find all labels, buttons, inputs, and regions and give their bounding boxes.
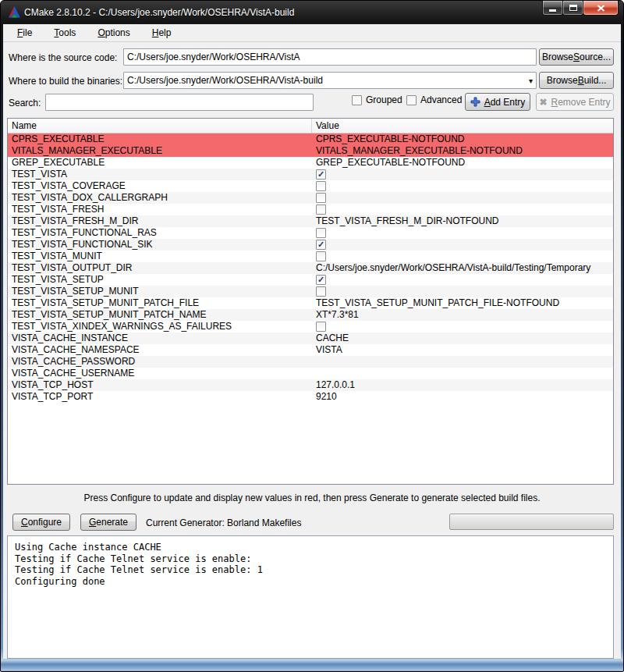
source-path-input[interactable] [123, 48, 537, 66]
grouped-checkbox-label: Grouped [366, 94, 402, 105]
value-checkbox-checked[interactable]: ✓ [316, 240, 326, 250]
row-name: TEST_VISTA_SETUP_MUNIT_PATCH_FILE [8, 297, 312, 309]
row-name: TEST_VISTA_SETUP_MUNIT_PATCH_NAME [8, 309, 312, 321]
table-row[interactable]: TEST_VISTA_DOX_CALLERGRAPH [8, 192, 613, 204]
row-value: CPRS_EXECUTABLE-NOTFOUND [312, 133, 613, 145]
row-value: XT*7.3*81 [312, 309, 613, 321]
table-row[interactable]: VITALS_MANAGER_EXECUTABLEVITALS_MANAGER_… [8, 145, 613, 157]
menu-bar: File Tools Options Help [3, 24, 621, 42]
log-line: Testing if Cache Telnet service is enabl… [15, 553, 606, 565]
row-name: TEST_VISTA_COVERAGE [8, 180, 312, 192]
table-row[interactable]: VISTA_CACHE_INSTANCECACHE [8, 332, 613, 344]
table-row[interactable]: TEST_VISTA✓ [8, 169, 613, 180]
row-name: VISTA_CACHE_INSTANCE [8, 332, 312, 344]
column-header-value[interactable]: Value [312, 119, 613, 133]
window-title: CMake 2.8.10.2 - C:/Users/joe.snyder/Wor… [24, 7, 294, 18]
value-checkbox-unchecked[interactable] [316, 251, 326, 261]
table-row[interactable]: GREP_EXECUTABLEGREP_EXECUTABLE-NOTFOUND [8, 157, 613, 169]
table-row[interactable]: TEST_VISTA_FRESH_M_DIRTEST_VISTA_FRESH_M… [8, 215, 613, 227]
row-value: TEST_VISTA_FRESH_M_DIR-NOTFOUND [312, 215, 613, 227]
row-value [312, 180, 613, 192]
table-row[interactable]: TEST_VISTA_FUNCTIONAL_RAS [8, 227, 613, 239]
value-checkbox-unchecked[interactable] [316, 228, 326, 238]
minimize-button[interactable] [542, 1, 563, 16]
grouped-checkbox-box[interactable] [352, 95, 362, 105]
row-value: VITALS_MANAGER_EXECUTABLE-NOTFOUND [312, 145, 613, 157]
output-log[interactable]: Using Cache instance CACHETesting if Cac… [7, 535, 614, 659]
maximize-button[interactable] [562, 1, 583, 16]
row-name: VISTA_CACHE_NAMESPACE [8, 344, 312, 356]
table-row[interactable]: TEST_VISTA_OUTPUT_DIRC:/Users/joe.snyder… [8, 262, 613, 274]
maximize-icon [569, 5, 577, 11]
row-name: TEST_VISTA [8, 169, 312, 180]
dropdown-arrow-icon[interactable]: ▾ [526, 76, 533, 85]
value-checkbox-unchecked[interactable] [316, 193, 326, 203]
browse-build-button[interactable]: Browse Build... [539, 72, 614, 89]
value-checkbox-unchecked[interactable] [316, 286, 326, 297]
log-line: Using Cache instance CACHE [15, 542, 606, 553]
row-value [312, 251, 613, 262]
row-value: ✓ [312, 169, 613, 180]
build-path-combobox[interactable]: C:/Users/joe.snyder/Work/OSEHRA/VistA-bu… [123, 72, 537, 89]
value-checkbox-unchecked[interactable] [316, 181, 326, 191]
row-name: TEST_VISTA_FUNCTIONAL_RAS [8, 227, 312, 239]
browse-source-button[interactable]: Browse Source... [539, 48, 614, 66]
row-value [312, 227, 613, 239]
table-row[interactable]: TEST_VISTA_FRESH [8, 204, 613, 215]
table-header: Name Value [8, 119, 613, 133]
title-bar[interactable]: CMake 2.8.10.2 - C:/Users/joe.snyder/Wor… [1, 1, 623, 24]
table-row[interactable]: TEST_VISTA_SETUP_MUNIT_PATCH_NAMEXT*7.3*… [8, 309, 613, 321]
search-input[interactable] [45, 94, 314, 111]
advanced-checkbox[interactable]: Advanced [406, 94, 462, 105]
table-row[interactable]: VISTA_TCP_HOST127.0.0.1 [8, 379, 613, 391]
table-row[interactable]: VISTA_CACHE_PASSWORD [8, 356, 613, 368]
row-value: ✓ [312, 239, 613, 251]
table-row[interactable]: CPRS_EXECUTABLECPRS_EXECUTABLE-NOTFOUND [8, 133, 613, 145]
row-name: TEST_VISTA_XINDEX_WARNINGS_AS_FAILURES [8, 321, 312, 332]
add-entry-button[interactable]: Add Entry [465, 93, 530, 111]
row-name: VISTA_CACHE_USERNAME [8, 368, 312, 379]
row-name: CPRS_EXECUTABLE [8, 133, 312, 145]
table-row[interactable]: TEST_VISTA_SETUP✓ [8, 274, 613, 286]
table-row[interactable]: VISTA_CACHE_NAMESPACEVISTA [8, 344, 613, 356]
table-row[interactable]: TEST_VISTA_FUNCTIONAL_SIK✓ [8, 239, 613, 251]
table-row[interactable]: TEST_VISTA_MUNIT [8, 251, 613, 262]
row-value [312, 356, 613, 368]
row-name: TEST_VISTA_OUTPUT_DIR [8, 262, 312, 274]
row-value [312, 321, 613, 332]
menu-file[interactable]: File [6, 25, 43, 41]
close-button[interactable] [583, 1, 619, 16]
row-name: GREP_EXECUTABLE [8, 157, 312, 169]
row-value: 9210 [312, 391, 613, 403]
source-path-label: Where is the source code: [9, 52, 117, 63]
row-name: TEST_VISTA_FRESH [8, 204, 312, 215]
menu-options[interactable]: Options [87, 25, 140, 41]
grouped-checkbox[interactable]: Grouped [352, 94, 402, 105]
table-row[interactable]: VISTA_TCP_PORT9210 [8, 391, 613, 403]
row-value [312, 368, 613, 379]
row-value [312, 192, 613, 204]
client-area: File Tools Options Help Where is the sou… [3, 24, 621, 659]
table-row[interactable]: TEST_VISTA_XINDEX_WARNINGS_AS_FAILURES [8, 321, 613, 332]
column-header-name[interactable]: Name [8, 119, 312, 133]
row-name: VISTA_TCP_HOST [8, 379, 312, 391]
minimize-icon [549, 9, 556, 12]
advanced-checkbox-box[interactable] [406, 95, 417, 105]
grid-body: CPRS_EXECUTABLECPRS_EXECUTABLE-NOTFOUNDV… [8, 133, 613, 403]
value-checkbox-unchecked[interactable] [316, 322, 326, 332]
menu-tools[interactable]: Tools [43, 25, 87, 41]
row-value [312, 286, 613, 297]
advanced-checkbox-label: Advanced [420, 94, 462, 105]
table-row[interactable]: TEST_VISTA_SETUP_MUNIT [8, 286, 613, 297]
table-row[interactable]: TEST_VISTA_COVERAGE [8, 180, 613, 192]
menu-help[interactable]: Help [141, 25, 183, 41]
value-checkbox-unchecked[interactable] [316, 204, 326, 215]
value-checkbox-checked[interactable]: ✓ [316, 169, 326, 180]
generate-button[interactable]: Generate [80, 514, 136, 531]
build-path-value: C:/Users/joe.snyder/Work/OSEHRA/VistA-bu… [127, 75, 526, 86]
configure-button[interactable]: Configure [12, 514, 70, 531]
row-name: TEST_VISTA_FRESH_M_DIR [8, 215, 312, 227]
table-row[interactable]: VISTA_CACHE_USERNAME [8, 368, 613, 379]
table-row[interactable]: TEST_VISTA_SETUP_MUNIT_PATCH_FILETEST_VI… [8, 297, 613, 309]
value-checkbox-checked[interactable]: ✓ [316, 275, 326, 285]
